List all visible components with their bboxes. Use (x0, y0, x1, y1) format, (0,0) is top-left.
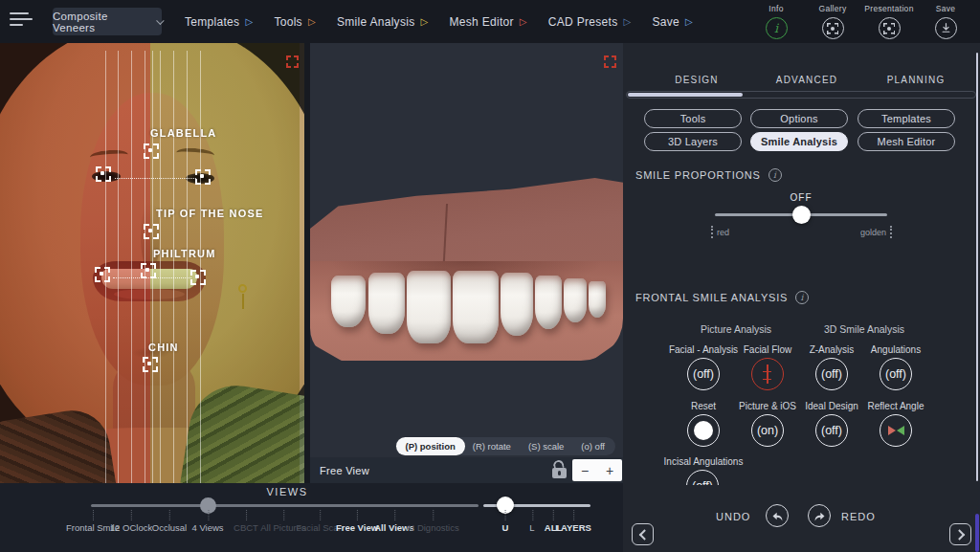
presentation-button[interactable]: Presentation (868, 4, 910, 39)
progress-fill (628, 93, 743, 97)
info-icon[interactable]: i (768, 168, 782, 182)
panel-button-tools[interactable]: Tools (644, 109, 742, 128)
segment-off[interactable]: (o) off (572, 438, 613, 454)
expand-viewport-icon[interactable] (604, 55, 616, 68)
view-free-view[interactable]: Free View (336, 522, 378, 533)
reset-label: Reset (691, 401, 716, 411)
nose-tip-marker[interactable] (144, 224, 159, 239)
menu-tools[interactable]: Tools▷ (274, 15, 316, 29)
menu-mesh-editor[interactable]: Mesh Editor▷ (449, 15, 526, 29)
undo-arrow-icon (770, 509, 785, 523)
info-icon: i (766, 17, 788, 39)
slider-min-label: red (711, 226, 729, 238)
reflect-angle-toggle[interactable] (880, 414, 912, 447)
incisal-angulations-label: Incisal Angulations (664, 456, 744, 467)
ideal-design-toggle[interactable]: (off) (815, 414, 848, 447)
tab-advanced[interactable]: ADVANCED (776, 75, 837, 85)
undo-button[interactable] (766, 504, 789, 527)
save-button[interactable]: Save (924, 4, 967, 39)
menu-smile-analysis[interactable]: Smile Analysis▷ (337, 15, 429, 29)
chevron-down-icon (156, 16, 164, 24)
gallery-icon (822, 17, 844, 39)
chin-label: CHIN (148, 342, 179, 353)
preset-label: Composite Veneers (53, 11, 149, 33)
panel-scrollbar[interactable] (976, 53, 979, 481)
view-cbct[interactable]: CBCT (234, 522, 258, 533)
view-occlusal[interactable]: Occlusal (152, 522, 187, 533)
view-ai-dignostics[interactable]: AI Dignostics (406, 522, 458, 533)
incisal-angulations-toggle-clipped[interactable]: (off) (686, 470, 721, 485)
panel-button-mesh-editor[interactable]: Mesh Editor (858, 132, 955, 151)
info-button[interactable]: Info i (755, 4, 797, 39)
tooth-3d (501, 273, 533, 336)
nose-label: TIP OF THE NOSE (156, 208, 264, 219)
picture-ios-label: Picture & iOS (739, 401, 796, 411)
red-analysis-overlay (0, 43, 150, 483)
tooth-3d (535, 276, 562, 329)
zoom-in-button[interactable]: + (597, 459, 622, 481)
viewport-3d[interactable]: (P) position (R) rotate (S) scale (o) of… (310, 43, 623, 483)
expand-photo-icon[interactable] (286, 55, 299, 68)
philtrum-marker[interactable] (141, 263, 156, 278)
workflow-progress-bar (626, 91, 976, 99)
menu-templates[interactable]: Templates▷ (185, 15, 253, 29)
tab-design[interactable]: DESIGN (675, 75, 719, 85)
menu-save[interactable]: Save▷ (652, 15, 693, 29)
download-icon (935, 17, 957, 39)
panel-button-options[interactable]: Options (750, 109, 848, 128)
lock-icon[interactable] (551, 460, 568, 480)
reset-button[interactable] (687, 414, 720, 447)
left-eye-marker[interactable] (96, 166, 111, 182)
design-panel: DESIGN ADVANCED PLANNING Tools Options T… (623, 43, 980, 552)
incisal-angulations-toggle[interactable]: (off) (686, 470, 719, 485)
view-4-views[interactable]: 4 Views (191, 522, 223, 533)
segment-rotate[interactable]: (R) rotate (464, 438, 520, 454)
panel-button-smile-analysis[interactable]: Smile Analysis (750, 132, 848, 151)
glabella-marker[interactable] (144, 144, 159, 159)
ideal-design-label: Ideal Design (805, 401, 858, 411)
panel-button-templates[interactable]: Templates (858, 109, 955, 128)
interpupillary-line (115, 178, 196, 179)
angulations-toggle[interactable]: (off) (880, 358, 912, 390)
tab-planning[interactable]: PLANNING (887, 75, 946, 85)
analysis-guideline (173, 51, 174, 483)
angulations-label: Angulations (871, 344, 921, 355)
hamburger-menu-icon[interactable] (10, 12, 33, 30)
zoom-out-button[interactable]: − (572, 459, 597, 481)
segment-scale[interactable]: (S) scale (520, 438, 572, 454)
smile-proportions-handle[interactable] (792, 206, 811, 224)
menu-cad-presets[interactable]: CAD Presets▷ (548, 15, 632, 29)
facial-flow-toggle[interactable] (751, 358, 784, 390)
mouth-left-marker[interactable] (95, 267, 110, 282)
next-step-button[interactable] (949, 523, 971, 545)
reflect-angle-icon (888, 426, 904, 435)
layer-upper[interactable]: U (502, 522, 509, 533)
chin-marker[interactable] (143, 357, 158, 372)
redo-arrow-icon (813, 509, 827, 523)
frontal-smile-analysis-title: FRONTAL SMILE ANALYSIS i (635, 291, 809, 304)
prev-step-button[interactable] (632, 523, 654, 545)
app-window: Composite Veneers Templates▷ Tools▷ Smil… (0, 0, 980, 552)
gallery-button[interactable]: Gallery (812, 4, 854, 39)
right-eye-marker[interactable] (195, 169, 211, 185)
transform-mode-control: (P) position (R) rotate (S) scale (o) of… (395, 437, 616, 455)
mouth-right-marker[interactable] (190, 270, 206, 285)
slider-max-label: golden (860, 226, 892, 238)
z-analysis-toggle[interactable]: (off) (815, 358, 848, 390)
main-menu: Templates▷ Tools▷ Smile Analysis▷ Mesh E… (185, 0, 693, 43)
zoom-control: − + (572, 459, 622, 481)
panel-button-3d-layers[interactable]: 3D Layers (644, 132, 742, 151)
view-12-oclock[interactable]: 12 OClock (110, 522, 152, 533)
layer-lower[interactable]: L (529, 522, 534, 533)
chevron-left-icon (638, 529, 649, 540)
facial-analysis-toggle[interactable]: (off) (687, 358, 720, 390)
smile-proportions-value: OFF (791, 192, 813, 203)
preset-dropdown[interactable]: Composite Veneers (53, 8, 162, 35)
redo-button[interactable] (808, 504, 831, 527)
philtrum-label: PHILTRUM (153, 248, 216, 259)
segment-position[interactable]: (P) position (397, 438, 464, 454)
info-icon[interactable]: i (795, 291, 809, 304)
views-slider-track[interactable] (91, 504, 479, 507)
picture-ios-toggle[interactable]: (on) (751, 414, 784, 447)
analysis-guideline (187, 51, 188, 483)
